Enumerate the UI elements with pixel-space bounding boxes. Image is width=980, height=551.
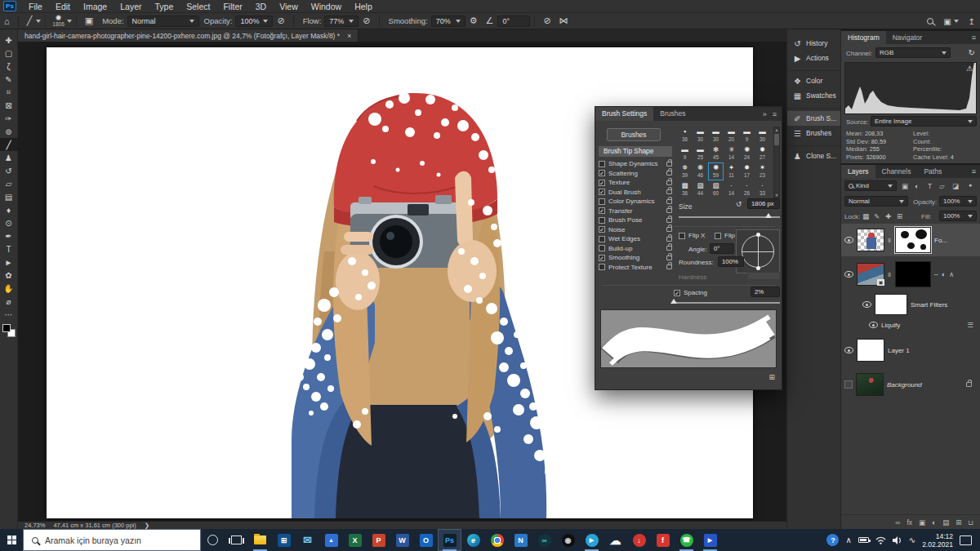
brush-tip[interactable]: ✳14 <box>724 144 739 162</box>
angle-input[interactable]: 0° <box>710 243 734 254</box>
rail-brushes[interactable]: ☰Brushes <box>787 126 840 140</box>
pressure-opacity-icon[interactable]: ⊘ <box>277 16 284 26</box>
lock-icon[interactable] <box>666 227 672 232</box>
help-tray-icon[interactable]: ? <box>826 534 839 546</box>
reset-icon[interactable]: ↺ <box>736 200 742 208</box>
delete-layer-icon[interactable]: ⊔ <box>968 518 973 527</box>
visibility-eye-icon[interactable] <box>862 301 871 308</box>
brush-preset-picker[interactable]: ✺ 1806 <box>52 16 64 27</box>
layer-row-liquify[interactable]: Liquify ☰ <box>841 318 980 331</box>
layer-thumbnail[interactable] <box>857 229 884 251</box>
dodge-tool[interactable]: ⊙ <box>0 216 18 229</box>
checkbox[interactable]: ✓ <box>599 255 605 261</box>
edit-toolbar-button[interactable]: ⋯ <box>0 308 18 321</box>
tab-histogram[interactable]: Histogram <box>841 31 886 44</box>
menu-select[interactable]: Select <box>180 0 216 13</box>
wifi-icon[interactable] <box>875 536 886 544</box>
layer-mask-thumbnail[interactable] <box>895 227 931 253</box>
taskbar-icloud[interactable]: ☁ <box>604 529 627 551</box>
taskbar-notes[interactable]: N <box>509 529 532 551</box>
blur-tool[interactable]: ♦ <box>0 203 18 216</box>
menu-view[interactable]: View <box>273 0 305 13</box>
menu-3d[interactable]: 3D <box>249 0 273 13</box>
history-brush-tool[interactable]: ↺ <box>0 164 18 177</box>
menu-type[interactable]: Type <box>148 0 180 13</box>
brush-tip[interactable]: ✻45 <box>708 144 724 162</box>
fill-select[interactable]: 100% <box>939 211 977 221</box>
prop-wet-edges[interactable]: Wet Edges <box>599 234 674 243</box>
visibility-checkbox-off[interactable] <box>844 380 853 389</box>
rail-brush-settings[interactable]: ✐Brush S... <box>787 111 840 126</box>
checkbox[interactable]: ✓ <box>599 189 605 195</box>
new-group-icon[interactable]: ▤ <box>942 518 949 527</box>
checkbox[interactable]: ✓ <box>674 290 680 296</box>
prop-transfer[interactable]: ✓Transfer <box>599 207 674 216</box>
prop-brush-pose[interactable]: Brush Pose <box>599 216 674 224</box>
chevron-down-icon[interactable] <box>67 20 72 23</box>
rail-actions[interactable]: ▶Actions <box>787 51 840 65</box>
visibility-eye-icon[interactable] <box>844 347 853 353</box>
brush-tip[interactable]: ▪36 <box>677 127 693 144</box>
quick-selection-tool[interactable]: ✎ <box>0 73 18 86</box>
eraser-tool[interactable]: ▱ <box>0 177 18 190</box>
brush-tip[interactable]: ▬30 <box>708 127 724 144</box>
filter-blend-options-icon[interactable]: ☰ <box>967 321 973 329</box>
prop-scattering[interactable]: ✓Scattering <box>599 169 674 178</box>
type-tool[interactable]: T <box>0 242 18 256</box>
layer-row-layer1[interactable]: Layer 1 <box>841 335 980 366</box>
lock-icon[interactable] <box>666 189 672 194</box>
link-icon[interactable]: ∞ <box>887 273 893 277</box>
panel-menu-icon[interactable]: ≡ <box>773 110 777 118</box>
checkbox[interactable] <box>599 236 605 242</box>
prop-build-up[interactable]: Build-up <box>599 244 674 253</box>
link-icon[interactable]: ∞ <box>887 238 893 242</box>
spacing-slider-thumb[interactable] <box>670 299 677 304</box>
filter-image-icon[interactable]: ▣ <box>902 182 908 190</box>
brush-tip[interactable]: ✦11 <box>724 162 739 180</box>
smart-filter-thumbnail[interactable] <box>875 294 907 315</box>
warning-icon[interactable]: ⚠ <box>966 64 973 73</box>
rail-history[interactable]: ↺History <box>787 36 840 51</box>
pen-tool[interactable]: ✒ <box>0 229 18 242</box>
prop-color-dynamics[interactable]: Color Dynamics <box>599 197 674 206</box>
prop-protect-texture[interactable]: Protect Texture <box>599 263 674 272</box>
rail-clone-source[interactable]: ♟Clone S... <box>787 149 840 163</box>
lock-artboard-icon[interactable]: ⊞ <box>897 212 902 220</box>
clone-stamp-tool[interactable]: ♟ <box>0 151 18 164</box>
filter-type-icon[interactable]: T <box>928 182 932 190</box>
filter-mask-thumbnail[interactable] <box>895 261 931 287</box>
taskbar-photoshop[interactable]: Ps <box>438 529 461 551</box>
checkbox[interactable]: ✓ <box>599 170 605 176</box>
taskbar-obs[interactable]: ◉ <box>556 529 580 551</box>
size-input[interactable]: 1806 px <box>747 198 780 209</box>
volume-icon[interactable] <box>893 536 902 544</box>
clock[interactable]: 14:12 2.02.2021 <box>922 532 953 549</box>
search-icon[interactable] <box>927 18 933 24</box>
spacing-input[interactable]: 2% <box>751 287 780 297</box>
tab-paths[interactable]: Paths <box>917 165 948 178</box>
brushes-button[interactable]: Brushes <box>607 128 661 141</box>
menu-filter[interactable]: Filter <box>216 0 248 13</box>
channel-select[interactable]: RGB <box>875 47 951 58</box>
prop-smoothing[interactable]: ✓Smoothing <box>599 253 674 262</box>
filter-shape-icon[interactable]: ▱ <box>939 182 945 190</box>
taskbar-downloader[interactable]: ↓ <box>627 529 651 551</box>
symmetry-icon[interactable]: ⋈ <box>559 16 568 26</box>
lock-icon[interactable] <box>666 246 672 251</box>
lock-icon[interactable] <box>666 237 672 242</box>
smart-filter-icon[interactable]: ◐ <box>942 270 946 278</box>
share-icon[interactable]: ↥ <box>969 17 975 26</box>
taskbar-powerpoint[interactable]: P <box>367 529 390 551</box>
status-chevron-icon[interactable]: ❯ <box>145 522 149 529</box>
document-tab[interactable]: hand-girl-hair-camera-photographer-pine-… <box>18 29 359 42</box>
brush-tip[interactable]: ✸17 <box>739 162 755 180</box>
filter-pin-icon[interactable]: ● <box>969 182 972 188</box>
menu-help[interactable]: Help <box>348 0 379 13</box>
source-select[interactable]: Entire Image <box>871 116 977 127</box>
rail-color[interactable]: ❖Color <box>787 73 840 88</box>
spacing-slider[interactable] <box>672 302 780 304</box>
visibility-eye-icon[interactable] <box>844 237 853 243</box>
brush-tip-selected[interactable]: ✺59 <box>708 162 724 180</box>
shape-tool[interactable]: ✿ <box>0 269 18 282</box>
lock-icon[interactable] <box>666 256 672 260</box>
